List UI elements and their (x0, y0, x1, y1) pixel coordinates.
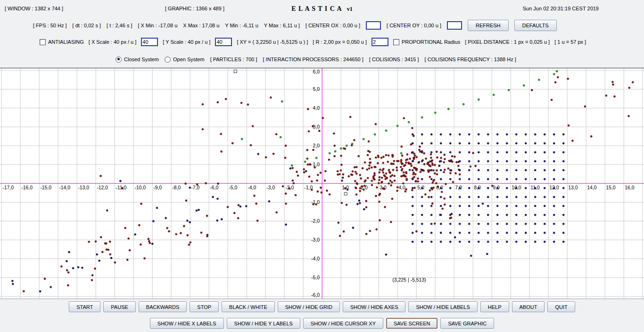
center-oy-label: [ CENTER OY : 0,00 u ] (387, 23, 441, 28)
settings-row-1: [ FPS : 50 Hz ] [ dt : 0,02 s ] [ t : 2,… (33, 20, 557, 31)
toolbar-main: START PAUSE BACKWARDS STOP BLACK / WHITE… (0, 301, 644, 312)
show-hide-y-labels-button[interactable]: SHOW / HIDE Y LABELS (227, 318, 300, 329)
svg-text:4,0: 4,0 (398, 185, 405, 190)
show-hide-grid-button[interactable]: SHOW / HIDE GRID (278, 301, 340, 312)
pause-button[interactable]: PAUSE (103, 301, 135, 312)
black-white-button[interactable]: BLACK / WHITE (222, 301, 275, 312)
svg-text:4,0: 4,0 (313, 105, 320, 111)
svg-text:6,0: 6,0 (313, 69, 320, 74)
antialiasing-checkbox[interactable] (40, 39, 46, 45)
center-ox-label: [ CENTER OX : 0,00 u ] (305, 23, 360, 28)
ymax-label: Y Max : 6,11 u ] (264, 23, 300, 28)
svg-text:-14,0: -14,0 (59, 185, 70, 190)
svg-text:5,0: 5,0 (417, 185, 424, 190)
time-label: [ t : 2,46 s ] (107, 23, 132, 28)
settings-row-2: ANTIALIASING [ X Scale : 40 px / u ] [ Y… (40, 37, 586, 47)
save-graphic-button[interactable]: SAVE GRAPHIC (440, 318, 494, 329)
svg-text:-8,0: -8,0 (172, 185, 181, 190)
center-ox-input[interactable] (366, 21, 381, 30)
proportional-radius-label: PROPORTIONAL Radius (402, 39, 460, 45)
svg-text:-10,0: -10,0 (134, 185, 146, 190)
simulation-canvas[interactable]: -17,0-16,0-15,0-14,0-13,0-12,0-11,0-10,0… (0, 68, 644, 299)
xmin-label: [ X Min : -17,08 u (138, 23, 178, 28)
svg-text:-2,0: -2,0 (311, 218, 320, 224)
ymin-label: Y Min : -6,11 u (225, 23, 258, 28)
svg-text:(3,225 | -5,513): (3,225 | -5,513) (392, 277, 426, 283)
svg-text:-16,0: -16,0 (21, 185, 33, 190)
app-version: v1 (347, 6, 353, 12)
svg-text:5,0: 5,0 (313, 86, 320, 92)
svg-text:-5,0: -5,0 (311, 275, 320, 280)
center-oy-input[interactable] (447, 21, 462, 30)
interaction-processors-label: [ INTERACTION PROCESSORS : 244650 ] (263, 57, 363, 62)
datetime-label: Sun Jun 02 20:31:19 CEST 2019 (523, 6, 599, 11)
svg-text:-13,0: -13,0 (78, 185, 89, 190)
open-system-label: Open System (173, 57, 205, 62)
svg-text:-12,0: -12,0 (97, 185, 108, 190)
x-scale-input[interactable] (141, 38, 158, 46)
svg-text:14,0: 14,0 (587, 185, 597, 190)
closed-system-radio[interactable] (116, 57, 122, 63)
radius-label: [ R : 2,00 px = 0,050 u ] (313, 39, 367, 45)
svg-text:-5,0: -5,0 (229, 185, 237, 190)
antialiasing-label: ANTIALIASING (48, 39, 84, 45)
toolbar-secondary: SHOW / HIDE X LABELS SHOW / HIDE Y LABEL… (0, 318, 644, 329)
unit-px-label: [ 1 u = 57 px ] (554, 39, 586, 45)
svg-text:-11,0: -11,0 (116, 185, 126, 190)
stop-button[interactable]: STOP (190, 301, 219, 312)
svg-text:3,0: 3,0 (313, 124, 320, 130)
x-scale-label: [ X Scale : 40 px / u ] (89, 39, 137, 45)
svg-text:-17,0: -17,0 (2, 185, 14, 190)
radius-input[interactable] (372, 38, 388, 46)
svg-text:-9,0: -9,0 (153, 185, 162, 190)
svg-text:-15,0: -15,0 (40, 185, 51, 190)
svg-text:-6,0: -6,0 (210, 185, 218, 190)
quit-button[interactable]: QUIT (547, 301, 575, 312)
svg-text:13,0: 13,0 (568, 185, 578, 190)
show-hide-labels-button[interactable]: SHOW / HIDE LABELS (408, 301, 477, 312)
svg-text:-3,0: -3,0 (266, 185, 275, 190)
xmax-label: X Max : 17,08 u (183, 23, 219, 28)
svg-text:1,0: 1,0 (313, 162, 320, 167)
y-scale-label: [ Y Scale : 40 px / u ] (163, 39, 210, 45)
colisions-count-label: [ COLISIONS : 3415 ] (369, 57, 419, 62)
fps-label: [ FPS : 50 Hz ] (33, 23, 67, 28)
start-button[interactable]: START (69, 301, 100, 312)
y-scale-input[interactable] (215, 38, 232, 46)
cursor-xy-label: [ XY = ( 3,2250 u | -5,5125 u ) ] (237, 39, 308, 45)
show-hide-cursor-xy-button[interactable]: SHOW / HIDE CURSOR XY (303, 318, 383, 329)
svg-text:6,0: 6,0 (436, 185, 443, 190)
closed-system-label: Closed System (124, 57, 159, 62)
app-title-text: E L A S T I C A (291, 5, 342, 12)
show-hide-axes-button[interactable]: SHOW / HIDE AXES (343, 301, 405, 312)
open-system-radio[interactable] (165, 57, 171, 63)
svg-text:-4,0: -4,0 (311, 256, 320, 261)
colisions-frequency-label: [ COLISIONS FREQUENCY : 1388 Hz ] (425, 57, 516, 62)
proportional-radius-checkbox[interactable] (393, 39, 399, 45)
svg-text:-4,0: -4,0 (248, 185, 256, 190)
help-button[interactable]: HELP (480, 301, 509, 312)
particles-count-label: [ PARTICLES : 700 ] (210, 57, 257, 62)
svg-text:-6,0: -6,0 (311, 292, 320, 298)
svg-text:2,0: 2,0 (313, 143, 320, 148)
about-button[interactable]: ABOUT (512, 301, 545, 312)
svg-text:9,0: 9,0 (493, 185, 500, 190)
refresh-button[interactable]: REFRESH (468, 20, 509, 31)
svg-text:-7,0: -7,0 (191, 185, 199, 190)
svg-text:8,0: 8,0 (474, 185, 481, 190)
svg-text:16,0: 16,0 (625, 185, 635, 190)
dt-label: [ dt : 0,02 s ] (73, 23, 101, 28)
save-screen-button[interactable]: SAVE SCREEN (386, 318, 438, 329)
backwards-button[interactable]: BACKWARDS (139, 301, 187, 312)
defaults-button[interactable]: DEFAULTS (514, 20, 557, 31)
settings-row-3: Closed System Open System [ PARTICLES : … (116, 55, 516, 64)
show-hide-x-labels-button[interactable]: SHOW / HIDE X LABELS (150, 318, 224, 329)
svg-text:15,0: 15,0 (606, 185, 616, 190)
pixel-distance-label: [ PIXEL DISTANCE : 1 px = 0,025 u ] (465, 39, 550, 45)
svg-text:7,0: 7,0 (455, 185, 462, 190)
svg-text:-3,0: -3,0 (311, 237, 320, 243)
